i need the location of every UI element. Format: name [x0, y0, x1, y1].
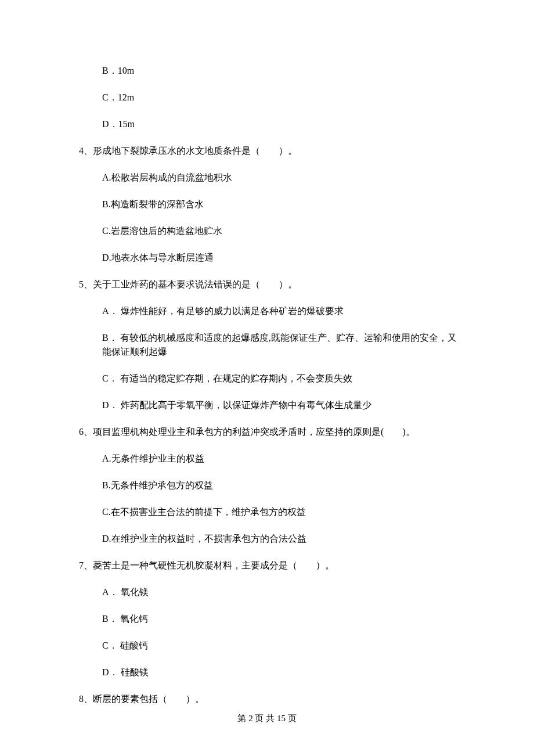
q4-option-c: C.岩层溶蚀后的构造盆地贮水: [102, 224, 459, 238]
q7-stem: 7、菱苦土是一种气硬性无机胶凝材料，主要成分是（ ）。: [79, 559, 459, 573]
q6-stem: 6、项目监理机构处理业主和承包方的利益冲突或矛盾时，应坚持的原则是( )。: [79, 425, 459, 439]
q3-option-b: B．10m: [102, 64, 459, 78]
q5-option-a: A． 爆炸性能好，有足够的威力以满足各种矿岩的爆破要求: [102, 304, 459, 318]
q5-stem: 5、关于工业炸药的基本要求说法错误的是（ ）。: [79, 278, 459, 291]
q7-option-b: B． 氧化钙: [102, 612, 459, 626]
q6-option-b: B.无条件维护承包方的权益: [102, 478, 459, 492]
q5-option-b-text: B． 有较低的机械感度和适度的起爆感度,既能保证生产、贮存、运输和使用的安全，又…: [102, 331, 459, 359]
q7-option-a: A． 氧化镁: [102, 585, 459, 599]
q5-option-d: D． 炸药配比高于零氧平衡，以保证爆炸产物中有毒气体生成量少: [102, 398, 459, 412]
q5-option-c: C． 有适当的稳定贮存期，在规定的贮存期内，不会变质失效: [102, 372, 459, 386]
page-content: B．10m C．12m D．15m 4、形成地下裂隙承压水的水文地质条件是（ ）…: [0, 0, 534, 706]
option-label: B．: [102, 66, 118, 75]
q6-option-c: C.在不损害业主合法的前提下，维护承包方的权益: [102, 505, 459, 519]
option-text: 10m: [118, 66, 134, 75]
option-label: C．: [102, 92, 118, 102]
option-text: 12m: [118, 92, 134, 102]
option-label: D．: [102, 119, 118, 129]
page-footer: 第 2 页 共 15 页: [0, 712, 534, 725]
option-text: 15m: [118, 119, 135, 129]
q4-option-d: D.地表水体与导水断层连通: [102, 251, 459, 265]
q7-option-d: D． 硅酸镁: [102, 665, 459, 679]
q6-option-a: A.无条件维护业主的权益: [102, 452, 459, 466]
q3-option-d: D．15m: [102, 117, 459, 131]
q4-option-b: B.构造断裂带的深部含水: [102, 197, 459, 211]
q8-stem: 8、断层的要素包括（ ）。: [79, 692, 459, 706]
q5-option-b: B． 有较低的机械感度和适度的起爆感度,既能保证生产、贮存、运输和使用的安全，又…: [102, 331, 459, 359]
q6-option-d: D.在维护业主的权益时，不损害承包方的合法公益: [102, 532, 459, 546]
q4-stem: 4、形成地下裂隙承压水的水文地质条件是（ ）。: [79, 144, 459, 158]
q7-option-c: C． 硅酸钙: [102, 639, 459, 653]
q3-option-c: C．12m: [102, 91, 459, 105]
q4-option-a: A.松散岩层构成的自流盆地积水: [102, 171, 459, 185]
